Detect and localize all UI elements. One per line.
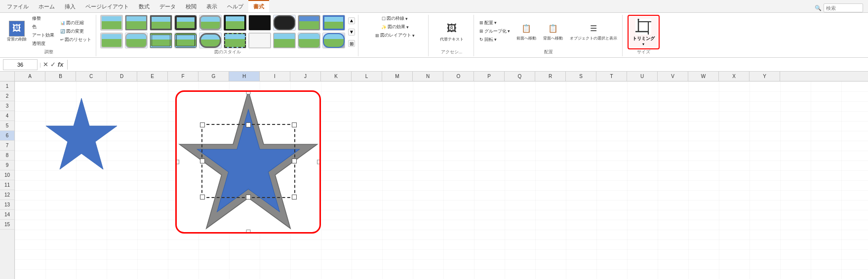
btn-picture-layout[interactable]: ⊞ 図のレイアウト ▾	[374, 32, 416, 39]
tab-view[interactable]: 表示	[201, 1, 222, 12]
style-item-13[interactable]	[150, 33, 172, 48]
style-item-20[interactable]	[322, 33, 345, 48]
function-button[interactable]: fx	[58, 61, 64, 68]
style-item-8[interactable]	[273, 15, 296, 31]
btn-reset-picture[interactable]: ↩ 図のリセット	[59, 36, 93, 43]
btn-trim[interactable]: トリミング ▾	[628, 15, 660, 49]
btn-remove-background[interactable]: 🖼 背景の削除	[5, 20, 29, 43]
row-13[interactable]: 13	[0, 200, 14, 210]
tab-review[interactable]: 校閲	[181, 1, 201, 12]
tab-file[interactable]: ファイル	[2, 1, 34, 12]
handle-mid-left[interactable]	[175, 160, 179, 164]
style-item-15[interactable]	[199, 33, 222, 48]
col-I[interactable]: I	[260, 72, 290, 81]
btn-compress-picture[interactable]: 📊 図の圧縮	[59, 19, 93, 27]
crop-handle-mid-right[interactable]	[292, 159, 297, 163]
crop-box[interactable]	[201, 124, 295, 198]
col-C[interactable]: C	[76, 72, 107, 81]
handle-bottom-right[interactable]	[317, 230, 321, 234]
col-K[interactable]: K	[321, 72, 352, 81]
col-A[interactable]: A	[15, 72, 45, 81]
crop-handle-top-right[interactable]	[292, 122, 297, 127]
grid-area[interactable]	[15, 81, 868, 279]
col-U[interactable]: U	[627, 72, 658, 81]
col-H[interactable]: H	[229, 72, 260, 81]
formula-input[interactable]	[72, 62, 865, 68]
col-J[interactable]: J	[290, 72, 321, 81]
style-item-17[interactable]	[248, 33, 271, 48]
btn-picture-effects[interactable]: ✨ 図の効果 ▾	[380, 23, 410, 31]
btn-corrections[interactable]: 修整	[31, 15, 56, 22]
style-item-14[interactable]	[174, 33, 197, 48]
col-N[interactable]: N	[413, 72, 443, 81]
row-15[interactable]: 15	[0, 220, 14, 230]
row-10[interactable]: 10	[0, 170, 14, 180]
row-9[interactable]: 9	[0, 160, 14, 170]
star-left[interactable]	[42, 96, 121, 175]
style-item-6[interactable]	[224, 15, 246, 31]
col-Y[interactable]: Y	[750, 72, 780, 81]
row-11[interactable]: 11	[0, 180, 14, 190]
row-6[interactable]: 6	[0, 131, 14, 141]
row-4[interactable]: 4	[0, 111, 14, 121]
col-L[interactable]: L	[352, 72, 382, 81]
search-input[interactable]	[824, 3, 863, 12]
btn-change-picture[interactable]: 🔄 図の変更	[59, 28, 93, 35]
row-8[interactable]: 8	[0, 151, 14, 160]
style-item-16[interactable]	[224, 33, 246, 48]
row-1[interactable]: 1	[0, 81, 14, 91]
col-B[interactable]: B	[45, 72, 76, 81]
star-right-container[interactable]	[175, 90, 321, 234]
col-D[interactable]: D	[107, 72, 137, 81]
btn-alt-text[interactable]: 🖼 代替テキスト	[438, 20, 466, 43]
tab-home[interactable]: ホーム	[34, 1, 60, 12]
tab-page-layout[interactable]: ページレイアウト	[80, 1, 134, 12]
col-S[interactable]: S	[566, 72, 596, 81]
btn-bring-forward[interactable]: 📋 前面へ移動	[514, 21, 538, 42]
btn-selection-pane[interactable]: ☰ オブジェクトの選択と表示	[568, 21, 619, 42]
handle-bottom-center[interactable]	[246, 230, 250, 234]
col-G[interactable]: G	[198, 72, 229, 81]
btn-art-effects[interactable]: アート効果	[31, 32, 56, 39]
cancel-button[interactable]: ✕	[43, 61, 48, 68]
style-item-19[interactable]	[298, 33, 320, 48]
row-12[interactable]: 12	[0, 190, 14, 200]
col-T[interactable]: T	[596, 72, 627, 81]
crop-handle-top-left[interactable]	[200, 122, 205, 127]
crop-handle-mid-left[interactable]	[200, 159, 205, 163]
confirm-button[interactable]: ✓	[50, 61, 56, 68]
style-item-9[interactable]	[298, 15, 320, 31]
gallery-up-arrow[interactable]: ▲	[348, 17, 355, 24]
col-F[interactable]: F	[168, 72, 198, 81]
crop-handle-bottom-right[interactable]	[292, 195, 297, 199]
col-O[interactable]: O	[443, 72, 474, 81]
tab-help[interactable]: ヘルプ	[222, 1, 248, 12]
btn-color[interactable]: 色	[31, 23, 56, 31]
btn-group[interactable]: ⊞ グループ化 ▾	[478, 28, 512, 35]
col-R[interactable]: R	[535, 72, 566, 81]
tab-insert[interactable]: 挿入	[60, 1, 80, 12]
btn-picture-border[interactable]: ☐ 図の枠線 ▾	[380, 15, 409, 22]
handle-top-center[interactable]	[246, 90, 250, 94]
gallery-more-arrow[interactable]: ⊞	[348, 40, 355, 47]
style-item-2[interactable]	[125, 15, 148, 31]
row-14[interactable]: 14	[0, 210, 14, 220]
crop-handle-bottom-center[interactable]	[246, 195, 251, 199]
style-item-10[interactable]	[322, 15, 345, 31]
select-all-button[interactable]	[0, 72, 15, 81]
handle-top-left[interactable]	[175, 90, 179, 94]
row-2[interactable]: 2	[0, 91, 14, 101]
handle-top-right[interactable]	[317, 90, 321, 94]
btn-rotate[interactable]: ↻ 回転 ▾	[478, 36, 512, 43]
col-M[interactable]: M	[382, 72, 413, 81]
style-item-3[interactable]	[150, 15, 172, 31]
row-3[interactable]: 3	[0, 101, 14, 111]
tab-format[interactable]: 書式	[248, 0, 269, 12]
btn-send-backward[interactable]: 📋 背面へ移動	[541, 21, 565, 42]
crop-handle-top-center[interactable]	[246, 122, 251, 127]
btn-transparency[interactable]: 透明度	[31, 40, 56, 47]
style-item-12[interactable]	[125, 33, 148, 48]
handle-bottom-left[interactable]	[175, 230, 179, 234]
handle-mid-right[interactable]	[317, 160, 321, 164]
gallery-down-arrow[interactable]: ▼	[348, 29, 355, 36]
